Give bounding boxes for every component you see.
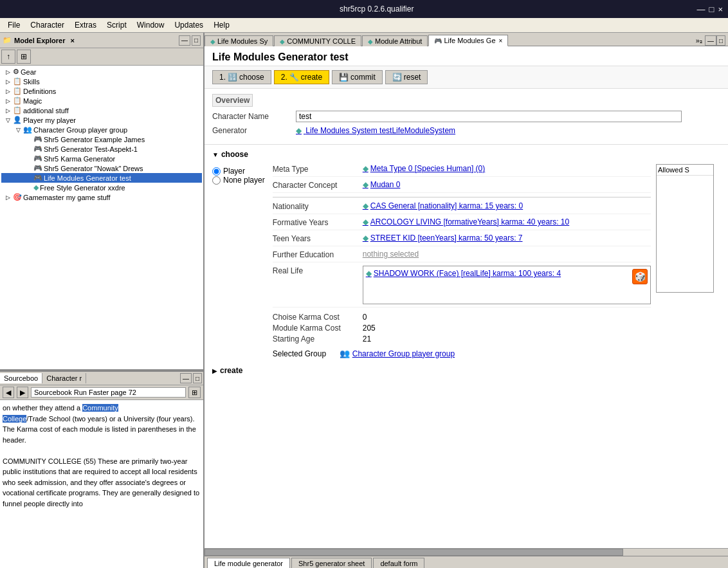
nationality-link[interactable]: ◆ CAS General [nationality] karma: 15 ye… xyxy=(363,201,651,210)
stats-rows: Choise Karma Cost 0 Module Karma Cost 20… xyxy=(273,313,651,344)
tab-community[interactable]: ◆ COMMUNITY COLLE xyxy=(274,35,361,46)
menu-character[interactable]: Character xyxy=(25,19,69,31)
tab-moduleattr[interactable]: ◆ Module Attribut xyxy=(362,35,428,46)
window-controls[interactable]: — □ × xyxy=(697,5,723,14)
expander-gamemaster[interactable]: ▷ xyxy=(3,194,13,201)
tree-item-freestyle[interactable]: ◆ Free Style Generator xxdre xyxy=(1,183,202,192)
step-choose-button[interactable]: 1. 🔢 choose xyxy=(212,70,271,84)
step-reset-icon: 🔄 xyxy=(392,73,402,82)
tree-item-aspekt[interactable]: 🎮 Shr5 Generator Test-Aspekt-1 xyxy=(1,144,202,154)
lifemodgen-tab-close-icon[interactable]: × xyxy=(499,37,503,44)
sourcebook-forward-button[interactable]: ▶ xyxy=(17,387,28,398)
menu-updates[interactable]: Updates xyxy=(169,19,208,31)
tree-item-definitions[interactable]: ▷ 📋 Definitions xyxy=(1,86,202,96)
bottom-tab-shr5generatorsheet[interactable]: Shr5 generator sheet xyxy=(291,558,372,568)
step-create-number: 2. xyxy=(281,73,287,82)
tree-item-gear[interactable]: ▷ ⚙ Gear xyxy=(1,67,202,77)
tree-item-player[interactable]: ▽ 👤 Player my player xyxy=(1,115,202,125)
sourcebook-minimize-button[interactable]: — xyxy=(180,373,192,383)
generator-row: Generator ◆ Life Modules System testLife… xyxy=(212,126,720,135)
radio-none-item[interactable]: None player xyxy=(212,176,265,185)
maximize-button[interactable]: □ xyxy=(709,5,714,14)
tree-item-skills[interactable]: ▷ 📋 Skills xyxy=(1,77,202,86)
sourcebook-maximize-button[interactable]: □ xyxy=(193,373,202,383)
model-explorer-close-icon[interactable]: × xyxy=(70,37,74,44)
lifemodsys-tab-icon: ◆ xyxy=(210,38,215,45)
toolbar-up-button[interactable]: ↑ xyxy=(1,50,15,64)
sourcebook-content: on whether they attend a CommunityColleg… xyxy=(0,400,203,568)
maximize-panel-button[interactable]: □ xyxy=(192,35,201,46)
sourcebook-tab-sourcebook[interactable]: Sourceboo xyxy=(0,373,42,383)
menu-script[interactable]: Script xyxy=(102,19,132,31)
tree-item-chargroup[interactable]: ▽ 👥 Character Group player group xyxy=(1,125,202,134)
menu-help[interactable]: Help xyxy=(208,19,235,31)
aspekt-icon: 🎮 xyxy=(33,145,42,153)
expander-gear[interactable]: ▷ xyxy=(3,69,13,75)
expander-skills[interactable]: ▷ xyxy=(3,78,13,85)
radio-player-item[interactable]: Player xyxy=(212,167,265,176)
character-name-value[interactable] xyxy=(296,111,720,122)
bottom-tab-defaultform[interactable]: default form xyxy=(373,558,424,568)
radio-player-input[interactable] xyxy=(212,167,221,176)
real-life-content: ◆ SHADOW WORK (Face) [realLife] karma: 1… xyxy=(366,269,630,278)
allowed-s-container: Allowed S xyxy=(656,164,720,358)
sourcebook-back-button[interactable]: ◀ xyxy=(3,387,14,398)
char-concept-link[interactable]: ◆ Mudan 0 xyxy=(363,180,651,189)
tab-lifemodsys[interactable]: ◆ Life Modules Sy xyxy=(205,35,273,46)
starting-age-row: Starting Age 21 xyxy=(273,334,651,344)
menu-window[interactable]: Window xyxy=(132,19,170,31)
expander-magic[interactable]: ▷ xyxy=(3,98,13,104)
karma-icon: 🎮 xyxy=(33,154,42,163)
tab-minimize-button[interactable]: — xyxy=(705,35,716,46)
step-commit-button[interactable]: 💾 commit xyxy=(332,70,383,84)
expander-additional[interactable]: ▷ xyxy=(3,107,13,114)
tree-item-gamemaster[interactable]: ▷ 🎯 Gamemaster my game stuff xyxy=(1,192,202,202)
expander-chargroup[interactable]: ▽ xyxy=(13,127,23,133)
tree-item-magic[interactable]: ▷ 📋 Magic xyxy=(1,96,202,105)
expander-player[interactable]: ▽ xyxy=(3,117,13,124)
generator-link[interactable]: ◆ Life Modules System testLifeModuleSyst… xyxy=(296,126,455,135)
choose-section-header[interactable]: ▼ choose xyxy=(212,150,720,159)
tree-item-karma[interactable]: 🎮 Shr5 Karma Generator xyxy=(1,154,202,163)
tab-maximize-button[interactable]: □ xyxy=(716,35,725,46)
minimize-panel-button[interactable]: — xyxy=(179,35,190,46)
dice-button[interactable]: 🎲 xyxy=(632,269,648,284)
choose-arrow-icon: ▼ xyxy=(212,151,219,158)
generator-value: ◆ Life Modules System testLifeModuleSyst… xyxy=(296,126,720,135)
meta-type-link[interactable]: ◆ Meta Type 0 [Species Human] (0) xyxy=(363,164,651,173)
formative-years-link[interactable]: ◆ ARCOLOGY LIVING [formativeYears] karma… xyxy=(363,217,651,226)
minimize-button[interactable]: — xyxy=(697,5,705,14)
bottom-tab-lifemodgenerator[interactable]: Life module generator xyxy=(207,558,290,568)
radio-none-input[interactable] xyxy=(212,176,221,185)
character-name-input[interactable] xyxy=(296,111,682,122)
char-concept-label: Character Concept xyxy=(273,180,363,190)
close-button[interactable]: × xyxy=(718,5,723,14)
tab-lifemodgen[interactable]: 🎮 Life Modules Ge × xyxy=(428,35,508,46)
menu-extras[interactable]: Extras xyxy=(69,19,102,31)
create-section-header[interactable]: ▶ create xyxy=(212,366,720,375)
tree-item-james[interactable]: 🎮 Shr5 Generator Example James xyxy=(1,134,202,144)
further-education-nothing[interactable]: nothing selected xyxy=(363,250,419,259)
model-explorer-header: 📁 Model Explorer × — □ xyxy=(0,33,203,48)
nationality-row: Nationality ◆ CAS General [nationality] … xyxy=(273,201,651,214)
tree-item-additional[interactable]: ▷ 📋 additional stuff xyxy=(1,105,202,115)
scrollbar-thumb[interactable] xyxy=(205,549,623,556)
toolbar-add-button[interactable]: ⊞ xyxy=(17,50,31,64)
create-section-title: create xyxy=(220,366,242,375)
real-life-link[interactable]: ◆ SHADOW WORK (Face) [realLife] karma: 1… xyxy=(366,269,630,278)
formative-years-icon: ◆ xyxy=(363,217,369,226)
tree-item-nowak[interactable]: 🎮 Shr5 Generator "Nowak" Drews xyxy=(1,163,202,173)
model-explorer-controls[interactable]: — □ xyxy=(179,35,201,46)
sourcebook-open-button[interactable]: ⊞ xyxy=(188,387,201,398)
step-create-button[interactable]: 2. 🔧 create xyxy=(274,70,329,84)
char-concept-row: Character Concept ◆ Mudan 0 xyxy=(273,180,651,193)
horizontal-scrollbar[interactable] xyxy=(205,548,728,556)
content-spacer xyxy=(205,378,728,548)
step-reset-button[interactable]: 🔄 reset xyxy=(385,70,428,84)
selected-group-link[interactable]: Character Group player group xyxy=(352,349,455,358)
tree-item-lifemod[interactable]: 🎮 Life Modules Generator test xyxy=(1,173,202,183)
teen-years-link[interactable]: ◆ STREET KID [teenYears] karma: 50 years… xyxy=(363,234,651,243)
sourcebook-tab-character[interactable]: Character r xyxy=(42,373,86,383)
menu-file[interactable]: File xyxy=(3,19,25,31)
expander-definitions[interactable]: ▷ xyxy=(3,88,13,95)
